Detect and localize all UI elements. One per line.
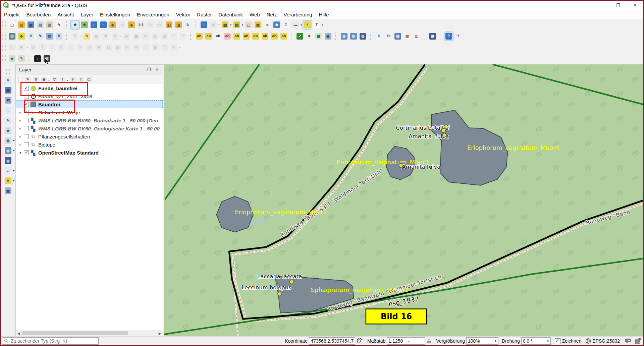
panel-close-button[interactable]: ✕ <box>154 67 160 72</box>
search-input[interactable] <box>10 338 98 344</box>
dropdown-caret-icon[interactable]: ▾ <box>242 23 243 26</box>
add-postgis-layer-icon[interactable]: ◍▾ <box>4 136 12 145</box>
style-manager-icon[interactable]: ✎ <box>55 20 63 29</box>
manage-map-themes-icon[interactable]: ◉▾ <box>40 76 48 83</box>
export-kml-icon[interactable]: K <box>375 32 383 41</box>
spinner-icon[interactable]: ▲▼ <box>495 339 497 343</box>
show-hidden-labels-icon[interactable]: ab <box>251 32 260 41</box>
result-table-icon[interactable]: ▦ <box>314 32 323 41</box>
grass-tools-icon[interactable]: ◈ <box>8 54 16 63</box>
map-svg[interactable]: Rundweg "Bannwald "Waldmoor-Torfstich"Ru… <box>164 64 643 337</box>
layer-item-pflanzengesellschaften[interactable]: ▸⧉Pflanzengesellschaften <box>16 132 163 140</box>
text-annotation-icon[interactable]: T▾ <box>312 20 321 29</box>
mouse-position-toggle-icon[interactable] <box>356 338 363 344</box>
pin-labels-icon[interactable]: ab <box>232 32 241 41</box>
expand-arrow-icon[interactable]: ▸ <box>18 142 23 147</box>
menu-verarbeitung[interactable]: Verarbeitung <box>280 10 316 19</box>
expand-arrow-icon[interactable]: ▸ <box>18 118 23 123</box>
layer-item-openstreetmap-standard[interactable]: ▾▚OpenStreetMap Standard <box>16 149 163 157</box>
coordinate-capture-icon[interactable]: ➤ <box>305 32 314 41</box>
new-bookmark-icon[interactable]: ◧ <box>165 20 173 29</box>
import-geotagged-photos-icon[interactable]: ↑ <box>33 54 42 63</box>
menu-erweiterungen[interactable]: Erweiterungen <box>133 10 173 19</box>
menu-projekt[interactable]: Projekt <box>1 10 23 19</box>
layer-list-scrollbar[interactable]: ◀ ▶ <box>16 330 163 336</box>
refresh-map-icon[interactable]: ↻ <box>183 20 192 29</box>
video-capture-icon[interactable]: ▣ <box>428 32 437 41</box>
zoom-out-icon[interactable]: − <box>99 20 108 29</box>
locator-search[interactable] <box>2 337 99 345</box>
layer-visibility-checkbox[interactable] <box>24 142 29 147</box>
render-checkbox[interactable]: Zeichnen <box>555 338 582 344</box>
layer-visibility-checkbox[interactable] <box>24 86 29 91</box>
layer-item-funde-baumfrei[interactable]: Funde_baumfrei <box>16 84 163 92</box>
rotation-spinbox[interactable]: 0,0 °▲▼ <box>521 337 551 345</box>
database-cylinder-icon[interactable]: ◍ <box>324 32 332 41</box>
menu-web[interactable]: Web <box>246 10 263 19</box>
filter-by-expression-icon[interactable]: ε▾ <box>59 76 66 83</box>
new-virtual-layer-icon[interactable]: V <box>55 32 63 41</box>
layer-visibility-checkbox[interactable] <box>24 94 29 99</box>
spinner-icon[interactable]: ▲▼ <box>547 339 549 343</box>
tasks-puzzle-icon[interactable] <box>634 338 641 344</box>
web-globe-3-icon[interactable]: ◍ <box>359 32 367 41</box>
label-rule-icon[interactable]: ab <box>223 32 232 41</box>
layer-item-funde-wt-2017-2019[interactable]: Funde_WT_2017_2019 <box>16 92 163 100</box>
layer-labeling-icon[interactable]: ab <box>195 32 204 41</box>
panel-float-button[interactable]: ❐ <box>146 67 152 72</box>
layer-visibility-checkbox[interactable] <box>24 150 29 155</box>
expand-arrow-icon[interactable]: ▾ <box>18 151 23 155</box>
collapse-all-icon[interactable]: ⇧ <box>77 76 85 83</box>
layer-item-wms-lgrb-bw-gk50-geologische-k[interactable]: ▸▚WMS LGRB-BW GK50: Geologische Karte 1 … <box>16 124 163 132</box>
add-point-cloud-icon[interactable]: ∴▾ <box>4 166 12 175</box>
scroll-right-icon[interactable]: ▶ <box>157 332 163 335</box>
open-project-icon[interactable]: ▨ <box>17 20 26 29</box>
new-project-icon[interactable]: ▢ <box>8 20 16 29</box>
zoom-in-icon[interactable]: + <box>90 20 98 29</box>
layer-visibility-checkbox[interactable] <box>24 118 29 123</box>
help-contents-icon[interactable]: ? <box>444 32 453 41</box>
menu-ansicht[interactable]: Ansicht <box>54 10 77 19</box>
layer-visibility-checkbox[interactable] <box>24 126 29 131</box>
toolbar-grip[interactable] <box>18 76 22 83</box>
add-vector-layer-icon[interactable]: V <box>4 76 12 84</box>
layer-visibility-checkbox[interactable] <box>24 102 29 107</box>
change-label-icon[interactable]: ab <box>279 32 288 41</box>
field-calculator-icon[interactable]: ⌗ <box>263 20 272 29</box>
dropdown-caret-icon[interactable]: ▾ <box>120 35 121 38</box>
layer-item-baumfrei[interactable]: Baumfrei <box>16 100 163 108</box>
osm-check-icon[interactable]: ✓ <box>296 32 304 41</box>
select-features-icon[interactable]: ▧▾ <box>221 20 229 29</box>
show-bookmarks-icon[interactable]: ◨ <box>174 20 183 29</box>
layer-visibility-checkbox[interactable] <box>24 134 29 139</box>
new-memory-layer-icon[interactable]: ▤ <box>45 32 54 41</box>
dropdown-caret-icon[interactable]: ▾ <box>13 149 14 152</box>
add-geopackage-layer-icon[interactable]: ◆ <box>4 126 12 135</box>
add-mesh-layer-icon[interactable]: ◩ <box>4 96 12 105</box>
attribute-columns-icon[interactable]: ◫ <box>412 32 421 41</box>
close-button[interactable]: ✕ <box>627 1 643 10</box>
dropdown-caret-icon[interactable]: ▾ <box>13 139 14 142</box>
toolbar-grip[interactable] <box>2 33 6 40</box>
open-attribute-table-icon[interactable]: ▦ <box>254 20 262 29</box>
unpin-labels-icon[interactable]: ab <box>242 32 251 41</box>
dropdown-caret-icon[interactable]: ▾ <box>13 179 14 182</box>
web-globe-1-icon[interactable]: ◍ <box>340 32 348 41</box>
add-spatialite-layer-icon[interactable]: ✎ <box>4 116 12 125</box>
remove-layer-icon[interactable]: ▢ <box>85 76 93 83</box>
identify-features-icon[interactable]: i <box>200 20 208 29</box>
messages-bubble-icon[interactable] <box>625 338 632 344</box>
new-table-icon[interactable]: ▦ <box>4 186 12 195</box>
menu-datenbank[interactable]: Datenbank <box>215 10 247 19</box>
crosshair-tool-icon[interactable]: ✛ <box>454 32 463 41</box>
layer-item-wms-lgrb-bw-bk50-bodenkarte-1-[interactable]: ▸▚WMS LGRB-BW BK50: Bodenkarte 1 : 50 00… <box>16 116 163 124</box>
export-html-icon[interactable]: H <box>384 32 393 41</box>
map-canvas[interactable]: Rundweg "Bannwald "Waldmoor-Torfstich"Ru… <box>164 64 643 337</box>
scroll-left-icon[interactable]: ◀ <box>16 332 21 335</box>
pan-map-icon[interactable]: ✥ <box>71 20 79 29</box>
measure-line-icon[interactable]: ▬▾ <box>291 20 300 29</box>
menu-netz[interactable]: Netz <box>263 10 280 19</box>
new-geopackage-icon[interactable]: ◆ <box>17 32 26 41</box>
web-globe-2-icon[interactable]: ◍ <box>349 32 358 41</box>
menu-einstellungen[interactable]: Einstellungen <box>97 10 133 19</box>
